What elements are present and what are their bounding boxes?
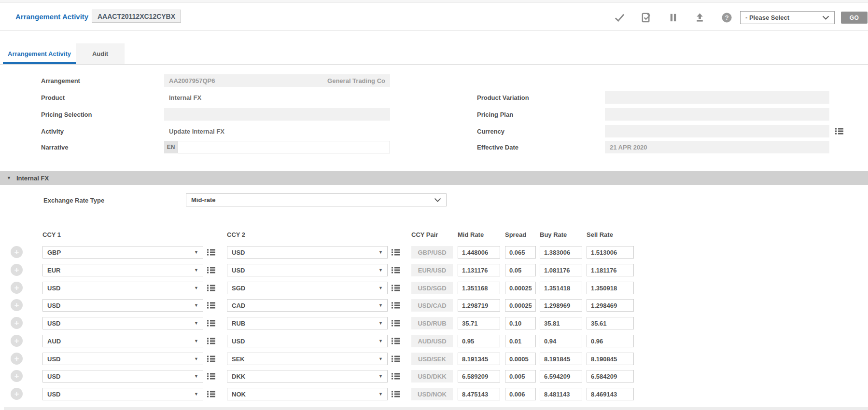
add-row-button[interactable]: +: [11, 264, 23, 276]
ccy2-select[interactable]: DKK ▼: [227, 370, 388, 383]
exchange-rate-type-select[interactable]: Mid-rate: [186, 193, 447, 206]
help-icon[interactable]: ?: [721, 12, 732, 23]
ccy2-select[interactable]: USD ▼: [227, 264, 388, 276]
ccy1-select[interactable]: USD ▼: [42, 370, 203, 383]
ccy1-lookup-list-icon[interactable]: [207, 355, 215, 362]
effective-date-label: Effective Date: [477, 144, 518, 151]
pricing-plan-field: [605, 108, 829, 121]
ccy2-lookup-list-icon[interactable]: [392, 373, 400, 380]
buy-rate-input[interactable]: [540, 282, 582, 294]
add-row-button[interactable]: +: [11, 388, 23, 400]
ccy2-lookup-list-icon[interactable]: [392, 249, 400, 256]
commit-check-icon[interactable]: [614, 12, 625, 23]
ccy1-lookup-list-icon[interactable]: [207, 285, 215, 291]
sell-rate-input[interactable]: [587, 353, 634, 365]
add-row-button[interactable]: +: [11, 370, 23, 382]
ccy2-select[interactable]: USD ▼: [227, 246, 388, 259]
sell-rate-input[interactable]: [587, 370, 634, 383]
col-header-ccy1: CCY 1: [42, 231, 61, 238]
currency-lookup-list-icon[interactable]: [835, 128, 843, 135]
ccy2-select[interactable]: CAD ▼: [227, 299, 388, 312]
spread-input[interactable]: [505, 335, 536, 347]
ccy1-lookup-list-icon[interactable]: [207, 320, 215, 327]
spread-input[interactable]: [505, 388, 536, 400]
sell-rate-input[interactable]: [587, 282, 634, 294]
add-row-button[interactable]: +: [11, 317, 23, 329]
add-row-button[interactable]: +: [11, 335, 23, 347]
ccy1-select[interactable]: USD ▼: [42, 388, 203, 400]
mid-rate-input[interactable]: [458, 317, 500, 329]
ccy1-lookup-list-icon[interactable]: [207, 373, 215, 380]
ccy2-lookup-list-icon[interactable]: [392, 391, 400, 397]
spread-input[interactable]: [505, 370, 536, 383]
tab-arrangement-activity[interactable]: Arrangement Activity: [3, 43, 76, 64]
spread-input[interactable]: [505, 246, 536, 259]
ccy1-lookup-list-icon[interactable]: [207, 249, 215, 256]
ccy1-lookup-list-icon[interactable]: [207, 391, 215, 397]
mid-rate-input[interactable]: [458, 335, 500, 347]
go-button[interactable]: GO: [841, 12, 868, 24]
add-row-button[interactable]: +: [11, 246, 23, 258]
ccy2-select[interactable]: SEK ▼: [227, 353, 388, 365]
ccy2-select[interactable]: RUB ▼: [227, 317, 388, 329]
mid-rate-input[interactable]: [458, 388, 500, 400]
spread-input[interactable]: [505, 317, 536, 329]
mid-rate-input[interactable]: [458, 353, 500, 365]
collapse-triangle-icon[interactable]: ▼: [7, 176, 11, 180]
ccy1-select[interactable]: USD ▼: [42, 353, 203, 365]
buy-rate-input[interactable]: [540, 370, 582, 383]
ccy1-select[interactable]: USD ▼: [42, 299, 203, 312]
mid-rate-input[interactable]: [458, 282, 500, 294]
spread-input[interactable]: [505, 353, 536, 365]
ccy1-select[interactable]: EUR ▼: [42, 264, 203, 276]
sell-rate-input[interactable]: [587, 317, 634, 329]
ccy1-lookup-list-icon[interactable]: [207, 302, 215, 309]
ccy1-select[interactable]: USD ▼: [42, 282, 203, 294]
ccy2-lookup-list-icon[interactable]: [392, 302, 400, 309]
mid-rate-input[interactable]: [458, 264, 500, 276]
spread-input[interactable]: [505, 282, 536, 294]
add-row-button[interactable]: +: [11, 282, 23, 294]
narrative-input[interactable]: [178, 141, 390, 153]
buy-rate-input[interactable]: [540, 388, 582, 400]
buy-rate-input[interactable]: [540, 353, 582, 365]
buy-rate-input[interactable]: [540, 317, 582, 329]
ccy1-select[interactable]: AUD ▼: [42, 335, 203, 347]
buy-rate-input[interactable]: [540, 299, 582, 312]
upload-icon[interactable]: [694, 12, 705, 23]
ccy1-select[interactable]: USD ▼: [42, 317, 203, 329]
ccy1-lookup-list-icon[interactable]: [207, 338, 215, 344]
ccy1-lookup-list-icon[interactable]: [207, 267, 215, 273]
section-title: Internal FX: [16, 175, 49, 182]
add-row-button[interactable]: +: [11, 353, 23, 365]
sell-rate-input[interactable]: [587, 264, 634, 276]
sell-rate-input[interactable]: [587, 299, 634, 312]
buy-rate-input[interactable]: [540, 246, 582, 259]
ccy2-lookup-list-icon[interactable]: [392, 267, 400, 273]
ccy2-lookup-list-icon[interactable]: [392, 285, 400, 291]
hold-pause-icon[interactable]: [668, 12, 679, 23]
buy-rate-input[interactable]: [540, 264, 582, 276]
ccy1-value: USD: [47, 391, 60, 398]
mid-rate-input[interactable]: [458, 370, 500, 383]
ccy2-lookup-list-icon[interactable]: [392, 355, 400, 362]
mid-rate-input[interactable]: [458, 299, 500, 312]
internal-fx-section-header[interactable]: ▼ Internal FX: [0, 171, 868, 185]
sell-rate-input[interactable]: [587, 388, 634, 400]
ccy1-select[interactable]: GBP ▼: [42, 246, 203, 259]
add-row-button[interactable]: +: [11, 299, 23, 311]
ccy2-lookup-list-icon[interactable]: [392, 338, 400, 344]
mid-rate-input[interactable]: [458, 246, 500, 259]
validate-document-icon[interactable]: [641, 12, 652, 23]
spread-input[interactable]: [505, 264, 536, 276]
tab-audit[interactable]: Audit: [76, 43, 125, 64]
sell-rate-input[interactable]: [587, 335, 634, 347]
ccy2-select[interactable]: NOK ▼: [227, 388, 388, 400]
action-select[interactable]: - Please Select: [740, 11, 835, 24]
ccy2-select[interactable]: USD ▼: [227, 335, 388, 347]
ccy2-select[interactable]: SGD ▼: [227, 282, 388, 294]
sell-rate-input[interactable]: [587, 246, 634, 259]
spread-input[interactable]: [505, 299, 536, 312]
ccy2-lookup-list-icon[interactable]: [392, 320, 400, 327]
buy-rate-input[interactable]: [540, 335, 582, 347]
